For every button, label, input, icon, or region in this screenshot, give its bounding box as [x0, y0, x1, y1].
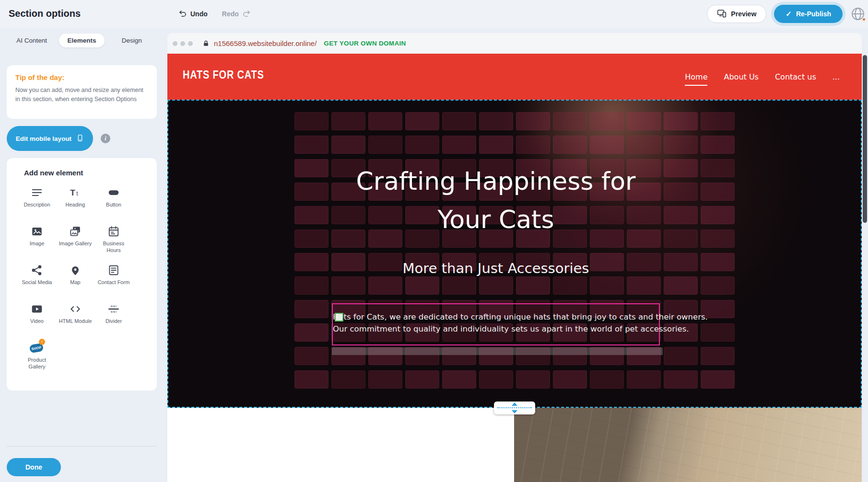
section-resize-handle[interactable]: [494, 402, 535, 414]
republish-label: Re-Publish: [796, 10, 831, 18]
hero-tile: [516, 136, 550, 154]
hero-tile: [701, 112, 735, 130]
business-hours-icon: [107, 225, 120, 238]
hero-tile: [294, 300, 328, 318]
redo-button[interactable]: Redo: [222, 9, 251, 19]
phone-icon: [76, 133, 84, 144]
element-image[interactable]: Image: [18, 221, 56, 260]
hero-tile: [368, 276, 402, 295]
element-description[interactable]: Description: [18, 183, 56, 221]
hero-tile: [294, 206, 328, 224]
hero-tile: [627, 276, 661, 295]
tab-ai-content[interactable]: AI Content: [8, 34, 55, 47]
hero-title[interactable]: Crafting Happiness for Your Cats: [332, 162, 660, 239]
lock-icon: [202, 39, 210, 47]
undo-icon: [178, 9, 187, 19]
hero-tile: [664, 253, 698, 271]
hero-tile: [294, 370, 328, 389]
hero-tile: [664, 230, 698, 248]
done-button[interactable]: Done: [7, 458, 61, 476]
hero-tile: [627, 136, 661, 154]
site-nav: Home About Us Contact us ...: [685, 54, 840, 100]
tab-design[interactable]: Design: [114, 34, 150, 47]
section-options-sidebar: AI Content Elements Design Tip of the da…: [0, 28, 167, 482]
hero-tile: [701, 206, 735, 224]
hero-tile: [553, 276, 587, 295]
nav-more[interactable]: ...: [833, 72, 840, 81]
hero-tile: [590, 112, 624, 130]
hero-tile: [294, 323, 328, 342]
element-drag-handle[interactable]: [335, 313, 343, 321]
hero-tile: [701, 370, 735, 389]
site-preview: HATS FOR CATS Home About Us Contact us .…: [167, 54, 862, 482]
site-url: n1566589.websitebuilder.online/: [214, 39, 317, 47]
nav-contact-us[interactable]: Contact us: [775, 72, 816, 81]
window-dot: [188, 41, 193, 46]
info-icon[interactable]: i: [101, 134, 110, 143]
hero-title-line1: Crafting Happiness for: [332, 162, 660, 200]
element-image-gallery[interactable]: Image Gallery: [56, 221, 94, 260]
paragraph-line1: Hats for Cats, we are dedicated to craft…: [333, 311, 659, 323]
site-logo[interactable]: HATS FOR CATS: [183, 69, 264, 82]
hero-section[interactable]: Crafting Happiness for Your Cats More th…: [167, 100, 862, 408]
map-pin-icon: [69, 264, 82, 276]
republish-button[interactable]: ✓ Re-Publish: [774, 5, 843, 23]
hero-tile: [479, 136, 513, 154]
contact-form-icon: [107, 264, 120, 276]
page-title: Section options: [9, 8, 81, 19]
get-your-own-domain-link[interactable]: GET YOUR OWN DOMAIN: [324, 40, 406, 47]
site-header[interactable]: HATS FOR CATS Home About Us Contact us .…: [167, 54, 862, 100]
button-icon: [107, 186, 120, 199]
element-video[interactable]: Video: [18, 299, 56, 338]
hero-tile: [368, 136, 402, 154]
nav-home[interactable]: Home: [685, 72, 707, 81]
scrollbar-thumb[interactable]: [863, 55, 867, 223]
hero-paragraph-selected[interactable]: Hats for Cats, we are dedicated to craft…: [332, 303, 660, 345]
hero-tile: [553, 136, 587, 154]
tip-heading: Tip of the day:: [15, 73, 148, 81]
devices-icon: [717, 9, 727, 20]
language-globe-button[interactable]: [850, 6, 866, 22]
element-contact-form[interactable]: Contact Form: [94, 260, 133, 299]
hero-tile: [368, 112, 402, 130]
description-icon: [31, 186, 43, 199]
heading-icon: Tt: [69, 186, 82, 199]
next-section[interactable]: [167, 408, 862, 482]
element-social-media[interactable]: Social Media: [18, 260, 56, 299]
hero-tile: [479, 112, 513, 130]
hero-subtitle[interactable]: More than Just Accessories: [332, 260, 660, 276]
preview-button[interactable]: Preview: [707, 5, 766, 23]
hero-tile: [627, 112, 661, 130]
hero-tile: [442, 370, 476, 389]
element-button[interactable]: Button: [94, 183, 133, 221]
hero-tile: [701, 183, 735, 201]
element-heading[interactable]: Tt Heading: [56, 183, 94, 221]
hero-tile: [294, 112, 328, 130]
tip-of-the-day-card: Tip of the day: Now you can add, move an…: [7, 65, 157, 119]
hero-tile: [664, 370, 698, 389]
element-map[interactable]: Map: [56, 260, 94, 299]
hero-tile: [664, 159, 698, 177]
element-product-gallery[interactable]: SHOP ↑ Product Gallery: [18, 338, 56, 377]
hero-tile: [405, 276, 439, 295]
element-grid: Description Tt Heading Button Image Imag…: [18, 183, 157, 377]
tab-elements[interactable]: Elements: [59, 34, 104, 47]
hero-tile: [405, 136, 439, 154]
hero-tile: [442, 276, 476, 295]
sidebar-tabs: AI Content Elements Design: [7, 34, 157, 47]
element-business-hours[interactable]: Business Hours: [94, 221, 133, 260]
nav-about-us[interactable]: About Us: [724, 72, 758, 81]
element-divider[interactable]: Divider: [94, 299, 133, 338]
hero-tile: [331, 136, 365, 154]
window-dot: [173, 41, 177, 46]
preview-label: Preview: [731, 10, 756, 18]
undo-button[interactable]: Undo: [178, 9, 208, 19]
redo-icon: [242, 9, 251, 19]
edit-mobile-layout-button[interactable]: Edit mobile layout: [7, 126, 93, 151]
hero-tile: [590, 370, 624, 389]
hero-tile: [590, 276, 624, 295]
hero-tile: [331, 370, 365, 389]
element-html-module[interactable]: HTML Module: [56, 299, 94, 338]
undo-label: Undo: [190, 10, 208, 18]
website-builder-app: Section options Undo Redo Preview ✓ Re-P…: [0, 0, 868, 482]
